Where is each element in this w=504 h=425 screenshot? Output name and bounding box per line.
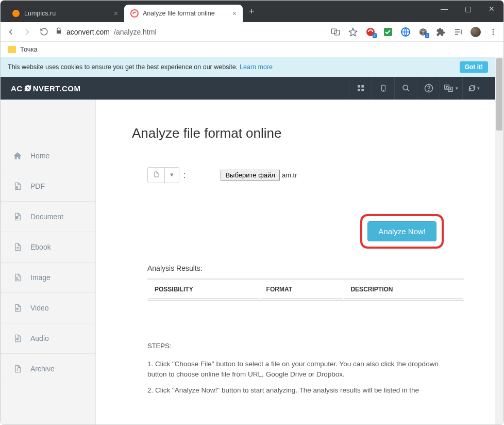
choose-file-button[interactable]: Выберите файл <box>221 170 279 181</box>
pdf-icon: A <box>13 182 22 191</box>
svg-point-1 <box>131 10 138 17</box>
reload-button[interactable] <box>39 27 49 37</box>
sidebar-item-label: Video <box>30 304 49 312</box>
extensions-icon[interactable] <box>435 27 446 37</box>
audio-icon <box>13 334 22 343</box>
adblock-icon[interactable]: 2 <box>365 27 376 37</box>
cookie-banner: This website uses cookies to ensure you … <box>1 57 495 77</box>
main-content: Analyze file format online ▾ : Выберите … <box>96 100 495 425</box>
logo-spin-icon <box>24 84 32 92</box>
sidebar-item-archive[interactable]: Archive <box>1 354 95 384</box>
svg-rect-2 <box>332 29 337 34</box>
sidebar-item-label: Audio <box>30 334 49 342</box>
cookie-learn-more-link[interactable]: Learn more <box>240 63 273 71</box>
analyze-now-button[interactable]: Analyze Now! <box>367 221 436 241</box>
file-local-button[interactable] <box>148 168 165 183</box>
url-domain: aconvert.com <box>66 28 110 36</box>
svg-point-8 <box>493 31 494 32</box>
translate-icon[interactable] <box>330 27 341 37</box>
sidebar-item-home[interactable]: Home <box>1 141 95 171</box>
close-icon[interactable]: × <box>232 9 237 18</box>
browser-titlebar: Lumpics.ru × Analyze file format online … <box>1 1 503 22</box>
steps-label: STEPS: <box>147 342 464 350</box>
tab-title: Analyze file format online <box>143 10 215 17</box>
header-mobile-icon[interactable] <box>372 77 394 100</box>
menu-icon[interactable] <box>488 27 498 37</box>
site-logo[interactable]: AC NVERT.COM <box>11 84 81 93</box>
results-label: Analysis Results: <box>147 264 464 272</box>
url-path: /analyze.html <box>114 28 156 36</box>
cookie-text: This website uses cookies to ensure you … <box>8 63 238 71</box>
address-bar: aconvert.com/analyze.html 2 1 <box>1 22 503 42</box>
cookie-accept-button[interactable]: Got it! <box>460 61 488 73</box>
sidebar-item-label: PDF <box>30 182 45 190</box>
header-refresh-icon[interactable]: ▾ <box>462 77 485 100</box>
star-icon[interactable] <box>348 27 358 37</box>
favicon-aconvert <box>130 9 139 18</box>
step-1-text: 1. Click "Choose File" button to select … <box>147 359 449 380</box>
lock-icon <box>55 27 62 36</box>
header-search-icon[interactable] <box>394 77 417 100</box>
vertical-scrollbar[interactable] <box>495 57 503 425</box>
bookmark-item[interactable]: Точка <box>20 45 38 53</box>
new-tab-button[interactable]: + <box>243 6 261 17</box>
sidebar-item-document[interactable]: WDocument <box>1 202 95 232</box>
step-2-text: 2. Click "Analyze Now!" button to start … <box>147 385 449 396</box>
sidebar-item-ebook[interactable]: Ebook <box>1 232 95 263</box>
tab-title: Lumpics.ru <box>24 10 56 17</box>
minimize-button[interactable]: — <box>432 1 456 17</box>
back-button[interactable] <box>6 27 16 37</box>
header-help-icon[interactable] <box>417 77 440 100</box>
document-icon: W <box>13 212 22 221</box>
sidebar-item-image[interactable]: Image <box>1 263 95 293</box>
site-header: AC NVERT.COM ▾ ▾ <box>1 77 495 100</box>
svg-rect-3 <box>335 30 340 35</box>
svg-point-23 <box>16 277 18 279</box>
sidebar-item-video[interactable]: Video <box>1 293 95 323</box>
forward-button[interactable] <box>22 27 32 37</box>
home-icon <box>13 151 22 160</box>
browser-tab-lumpics[interactable]: Lumpics.ru × <box>6 5 124 22</box>
scrollbar-thumb[interactable] <box>496 58 502 130</box>
browser-tab-aconvert[interactable]: Analyze file format online × <box>124 5 243 22</box>
close-window-button[interactable]: ✕ <box>480 1 503 17</box>
archive-icon <box>13 364 22 373</box>
window-controls: — ▢ ✕ <box>432 1 503 17</box>
image-icon <box>13 273 22 282</box>
svg-point-9 <box>493 34 494 35</box>
sidebar-item-audio[interactable]: Audio <box>1 323 95 354</box>
sidebar-item-pdf[interactable]: APDF <box>1 171 95 202</box>
sidebar-item-label: Home <box>30 152 49 160</box>
file-source-dropdown[interactable]: ▾ <box>165 168 179 183</box>
bookmarks-bar: Точка <box>1 42 503 57</box>
svg-point-0 <box>12 10 20 17</box>
highlight-annotation: Analyze Now! <box>360 214 444 249</box>
svg-rect-13 <box>361 89 364 91</box>
svg-rect-11 <box>361 85 364 88</box>
favicon-lumpics <box>12 9 20 18</box>
svg-rect-10 <box>358 85 360 88</box>
sidebar-item-label: Ebook <box>30 243 51 251</box>
logo-text-post: NVERT.COM <box>33 84 81 93</box>
maximize-button[interactable]: ▢ <box>456 1 480 17</box>
profile-avatar[interactable] <box>471 27 481 37</box>
header-grid-icon[interactable] <box>349 77 372 100</box>
header-language-icon[interactable]: ▾ <box>440 77 462 100</box>
reading-list-icon[interactable] <box>453 27 463 37</box>
extension-check-icon[interactable] <box>383 27 393 37</box>
extension-cube-icon[interactable]: 1 <box>418 27 428 37</box>
column-description: DESCRIPTION <box>344 281 463 299</box>
svg-text:W: W <box>16 217 19 219</box>
ebook-icon <box>13 242 22 252</box>
sidebar-item-label: Archive <box>30 365 55 373</box>
bookmark-folder-icon <box>8 46 16 53</box>
sidebar: Home APDF WDocument Ebook Image Video Au… <box>1 100 96 425</box>
url-field[interactable]: aconvert.com/analyze.html <box>55 27 324 36</box>
sidebar-item-label: Document <box>30 213 63 221</box>
file-source-selector: ▾ <box>147 167 179 183</box>
close-icon[interactable]: × <box>114 9 118 18</box>
svg-point-15 <box>383 90 383 91</box>
sidebar-item-label: Image <box>30 273 51 282</box>
extension-globe-icon[interactable] <box>400 27 411 37</box>
svg-point-16 <box>403 85 408 90</box>
